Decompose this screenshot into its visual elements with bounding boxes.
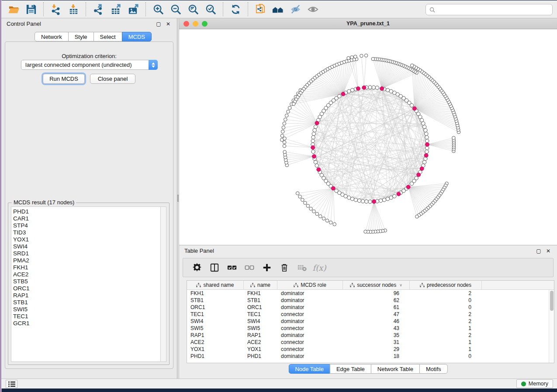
network-canvas[interactable] <box>179 29 557 245</box>
cell-shared-name[interactable]: SWI4 <box>187 318 244 325</box>
cell-successor-nodes[interactable]: 31 <box>343 339 410 346</box>
table-row[interactable]: FKH1FKH1dominator962 <box>187 290 554 297</box>
table-row[interactable]: PHD1PHD1dominator180 <box>187 353 554 360</box>
cell-predecessor-nodes[interactable]: 2 <box>410 332 482 339</box>
mcds-result-item[interactable]: TID3 <box>13 229 160 236</box>
table-scrollbar[interactable] <box>549 290 554 363</box>
cell-name[interactable]: ORC1 <box>244 304 277 311</box>
mcds-result-item[interactable]: STB5 <box>13 278 160 285</box>
cell-successor-nodes[interactable]: 29 <box>343 346 410 353</box>
zoom-fit-button[interactable] <box>184 2 202 16</box>
mcds-result-list[interactable]: PHD1CAR1STP4TID3YOX1SWI4SRD1PMA2FKH1ACE2… <box>11 206 160 362</box>
cell-successor-nodes[interactable]: 47 <box>343 311 410 318</box>
cell-name[interactable]: SWI4 <box>244 318 277 325</box>
cell-shared-name[interactable]: FKH1 <box>187 290 244 297</box>
cell-shared-name[interactable]: ACE2 <box>187 339 244 346</box>
task-history-button[interactable] <box>6 380 17 388</box>
settings-button[interactable] <box>189 260 205 275</box>
cell-predecessor-nodes[interactable]: 0 <box>410 297 482 304</box>
cell-predecessor-nodes[interactable]: 1 <box>410 325 482 332</box>
close-panel-icon[interactable]: ✕ <box>165 21 172 27</box>
table-row[interactable]: ACE2ACE2connector311 <box>187 339 554 346</box>
cell-successor-nodes[interactable]: 35 <box>343 332 410 339</box>
cell-name[interactable]: TEC1 <box>244 311 277 318</box>
cell-predecessor-nodes[interactable]: 1 <box>410 346 482 353</box>
cell-MCDS-role[interactable]: dominator <box>277 304 343 311</box>
delete-button[interactable] <box>277 260 292 275</box>
network-window-titlebar[interactable]: YPA_prune.txt_1 <box>179 18 557 29</box>
minimize-window-icon[interactable] <box>193 21 198 27</box>
close-panel-button[interactable]: Close panel <box>90 74 135 84</box>
mcds-list-scrollbar[interactable] <box>160 206 166 362</box>
splitter-grip[interactable] <box>177 195 179 202</box>
network-nodes[interactable] <box>280 54 460 233</box>
duplicate-network-button[interactable] <box>252 2 269 16</box>
cell-name[interactable]: RAP1 <box>244 332 277 339</box>
cell-MCDS-role[interactable]: connector <box>277 339 343 346</box>
search-input[interactable] <box>438 7 549 13</box>
cell-MCDS-role[interactable]: connector <box>277 311 343 318</box>
cell-predecessor-nodes[interactable]: 2 <box>410 318 482 325</box>
cell-successor-nodes[interactable]: 46 <box>343 318 410 325</box>
cell-shared-name[interactable]: YOX1 <box>187 346 244 353</box>
cell-name[interactable]: FKH1 <box>244 290 277 297</box>
mcds-result-item[interactable]: STB1 <box>13 299 160 306</box>
table-scrollbar-thumb[interactable] <box>550 291 554 311</box>
criterion-dropdown[interactable]: largest connected component (undirected) <box>21 60 158 70</box>
tab-network[interactable]: Network <box>35 32 69 41</box>
cell-name[interactable]: ACE2 <box>244 339 277 346</box>
mcds-result-item[interactable]: SWI5 <box>13 306 160 313</box>
mcds-result-item[interactable]: YOX1 <box>13 236 160 243</box>
memory-button[interactable]: Memory <box>516 379 553 388</box>
cell-successor-nodes[interactable]: 43 <box>343 325 410 332</box>
cell-successor-nodes[interactable]: 62 <box>343 297 410 304</box>
save-session-button[interactable] <box>22 2 40 16</box>
column-header-shared-name[interactable]: shared name <box>187 281 244 289</box>
zoom-in-button[interactable] <box>149 2 167 16</box>
cell-shared-name[interactable]: TEC1 <box>187 311 244 318</box>
select-all-button[interactable] <box>224 260 240 275</box>
cell-MCDS-role[interactable]: dominator <box>277 318 343 325</box>
mcds-result-item[interactable]: GCR1 <box>13 320 160 327</box>
table-row[interactable]: YOX1YOX1connector291 <box>187 346 554 353</box>
cell-successor-nodes[interactable]: 96 <box>343 290 410 297</box>
tab-edge-table[interactable]: Edge Table <box>330 364 371 374</box>
cell-MCDS-role[interactable]: dominator <box>277 353 343 360</box>
cell-shared-name[interactable]: RAP1 <box>187 332 244 339</box>
global-search[interactable] <box>426 4 553 15</box>
export-network-button[interactable] <box>90 2 107 16</box>
cell-MCDS-role[interactable]: dominator <box>277 332 343 339</box>
mcds-result-item[interactable]: PMA2 <box>13 257 160 264</box>
mcds-result-item[interactable]: STP4 <box>13 222 160 229</box>
export-image-button[interactable] <box>125 2 142 16</box>
mcds-result-item[interactable]: SWI4 <box>13 243 160 250</box>
float-panel-icon[interactable]: ▢ <box>155 21 162 27</box>
mcds-result-item[interactable]: FKH1 <box>13 264 160 271</box>
show-all-button[interactable] <box>304 2 322 16</box>
table-row[interactable]: RAP1RAP1dominator352 <box>187 332 554 339</box>
cell-shared-name[interactable]: PHD1 <box>187 353 244 360</box>
close-table-panel-icon[interactable]: ✕ <box>545 248 552 254</box>
column-header-successor-nodes[interactable]: successor nodes∨ <box>343 281 410 289</box>
cell-successor-nodes[interactable]: 18 <box>343 353 410 360</box>
mcds-result-item[interactable]: ACE2 <box>13 271 160 278</box>
cell-MCDS-role[interactable]: dominator <box>277 297 343 304</box>
table-row[interactable]: TEC1TEC1connector472 <box>187 311 554 318</box>
tab-motifs[interactable]: Motifs <box>419 364 448 374</box>
table-row[interactable]: SWI4SWI4dominator462 <box>187 318 554 325</box>
refresh-button[interactable] <box>227 2 244 16</box>
zoom-selected-button[interactable] <box>202 2 219 16</box>
mcds-result-item[interactable]: ORC1 <box>13 285 160 292</box>
column-header-predecessor-nodes[interactable]: predecessor nodes <box>410 281 482 289</box>
table-row[interactable]: STB1STB1dominator620 <box>187 297 554 304</box>
cell-MCDS-role[interactable]: connector <box>277 325 343 332</box>
maximize-window-icon[interactable] <box>202 21 208 27</box>
columns-button[interactable] <box>207 260 222 275</box>
mcds-result-item[interactable]: TEC1 <box>13 313 160 320</box>
cell-predecessor-nodes[interactable]: 1 <box>410 339 482 346</box>
table-row[interactable]: SWI5SWI5connector431 <box>187 325 554 332</box>
tab-mcds[interactable]: MCDS <box>122 32 152 41</box>
open-file-button[interactable] <box>5 2 22 16</box>
tab-network-table[interactable]: Network Table <box>371 364 420 374</box>
column-header-MCDS-role[interactable]: MCDS role <box>277 281 343 289</box>
